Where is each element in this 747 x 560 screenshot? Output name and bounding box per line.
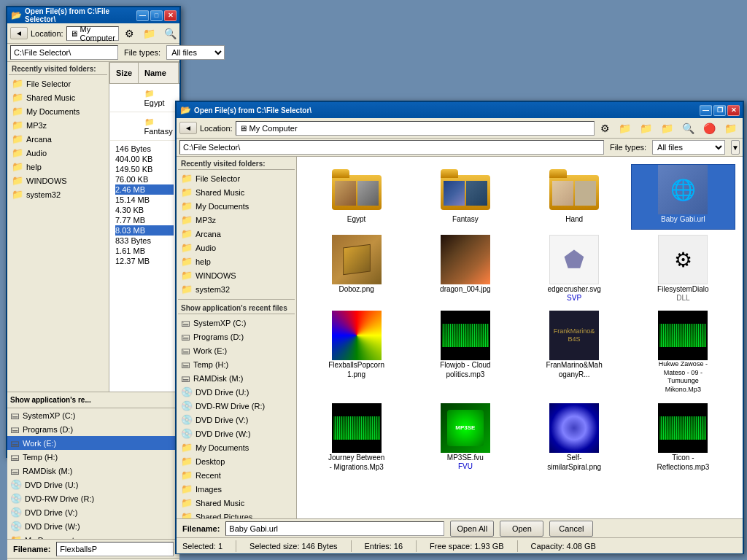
frank-label: FranMarino&MahoganyR...	[545, 360, 603, 379]
drive-item-u-2[interactable]: 💿DVD Drive (U:)	[178, 385, 295, 399]
toolbar-icon-7[interactable]: 📁	[658, 120, 676, 136]
icon-item-spiral[interactable]: Self-similarSpiral.png	[522, 402, 627, 475]
restore-btn-2[interactable]: ❐	[713, 105, 726, 116]
left-item-arcana-2[interactable]: 📁Arcana	[178, 227, 295, 241]
left-item-audio-2[interactable]: 📁Audio	[178, 241, 295, 254]
left-item-help-2[interactable]: 📁help	[178, 254, 295, 268]
cancel-btn[interactable]: Cancel	[549, 521, 593, 537]
path-input-1[interactable]	[10, 45, 118, 60]
drive-item-w[interactable]: 💿DVD Drive (W:)	[7, 519, 179, 533]
left-item-my-documents-2[interactable]: 📁My Documents	[178, 199, 295, 213]
drive-item-c-2[interactable]: 🖴SystemXP (C:)	[178, 316, 295, 330]
toolbar-icon-6[interactable]: 📁	[637, 120, 655, 136]
toolbar-icon-1[interactable]: ⚙	[122, 26, 137, 42]
icon-view-area: Egypt Fantasy	[297, 157, 743, 518]
drive-item-u[interactable]: 💿DVD Drive (U:)	[7, 478, 179, 491]
folder-item-sharedmusic-2[interactable]: 📁Shared Music	[178, 496, 295, 510]
left-item-windows-2[interactable]: 📁WINDOWS	[178, 268, 295, 282]
folder-item-images-2[interactable]: 📁Images	[178, 482, 295, 496]
title-bar-2[interactable]: 📂 Open File(s) from C:\File Selector\ — …	[177, 102, 743, 118]
icon-item-hukwe[interactable]: Hukwe Zawose - Mateso - 09 - Tumuunge Mi…	[631, 310, 735, 398]
close-btn-2[interactable]: ✕	[727, 105, 740, 116]
icon-item-ticon[interactable]: Ticon - Reflections.mp3	[631, 402, 735, 475]
filename-input-1[interactable]	[56, 542, 174, 556]
left-item-shared-music-1[interactable]: 📁Shared Music	[9, 90, 107, 104]
left-item-file-selector-2[interactable]: 📁File Selector	[178, 171, 295, 185]
table-row[interactable]: 📁 Fantasy File Folder 2006. 07. 09. 8:18…	[110, 112, 180, 141]
minimize-btn-1[interactable]: —	[136, 10, 149, 21]
open-btn[interactable]: Open	[500, 521, 543, 537]
toolbar-icon-10[interactable]: 📁	[721, 120, 740, 136]
status-selected-2: Selected: 1	[182, 542, 222, 551]
drive-item-h-2[interactable]: 🖴Temp (H:)	[178, 357, 295, 371]
icon-item-edgecrusher[interactable]: ⬟ edgecrusher.svg SVP	[522, 234, 627, 306]
drive-item-h[interactable]: 🖴Temp (H:)	[7, 450, 179, 464]
filename-bar-1: Filename:	[7, 539, 179, 558]
drive-item-m[interactable]: 🖴RAMDisk (M:)	[7, 464, 179, 478]
icon-item-doboz[interactable]: Doboz.png	[304, 234, 409, 306]
back-btn-1[interactable]: ◄	[10, 27, 28, 39]
icon-item-hand[interactable]: Hand	[522, 164, 627, 230]
drive-item-d[interactable]: 🖴Programs (D:)	[7, 422, 179, 436]
drive-item-c[interactable]: 🖴SystemXP (C:)	[7, 408, 179, 422]
toolbar-icon-5[interactable]: 📁	[616, 120, 634, 136]
toolbar-icon-9[interactable]: 🔴	[700, 120, 719, 136]
file-types-select-2[interactable]: All files	[652, 140, 725, 155]
left-item-my-documents-1[interactable]: 📁My Documents	[9, 104, 107, 118]
icon-item-filesystem[interactable]: ⚙ FilesystemDialo DLL	[631, 234, 735, 306]
icon-item-fantasy[interactable]: Fantasy	[413, 164, 517, 230]
drive-item-d-2[interactable]: 🖴Programs (D:)	[178, 330, 295, 343]
drive-item-v[interactable]: 💿DVD Drive (V:)	[7, 505, 179, 519]
icon-item-mp3se[interactable]: MP3SE MP3SE.fvu FVU	[413, 402, 517, 475]
filename-input-2[interactable]	[225, 521, 444, 536]
minimize-btn-2[interactable]: —	[700, 105, 712, 116]
folder-item-recent-2[interactable]: 📁Recent	[178, 468, 295, 482]
drive-item-w-2[interactable]: 💿DVD Drive (W:)	[178, 427, 295, 440]
left-item-mp3z-2[interactable]: 📁MP3z	[178, 213, 295, 227]
folder-item-mydocs-2[interactable]: 📁My Documents	[178, 440, 295, 454]
left-item-audio-1[interactable]: 📁Audio	[9, 146, 107, 160]
folder-item-sharedpictures-2[interactable]: 📁Shared Pictures	[178, 510, 295, 518]
icon-item-frank[interactable]: FrankMarino&B4S FranMarino&MahoganyR...	[522, 310, 627, 398]
drive-item-e-2[interactable]: 🖴Work (E:)	[178, 343, 295, 357]
left-item-windows-1[interactable]: 📁WINDOWS	[9, 174, 107, 187]
table-row[interactable]: 📁 Egypt File Folder 2006. 07. 09. 8:17:0…	[110, 84, 180, 112]
drive-item-r[interactable]: 💿DVD-RW Drive (R:)	[7, 491, 179, 505]
drive-item-e[interactable]: 🖴Work (E:)	[7, 436, 179, 450]
toolbar-icon-4[interactable]: ⚙	[597, 120, 613, 136]
toolbar-icon-3[interactable]: 🔍	[161, 26, 179, 42]
icon-item-babygabi[interactable]: 🌐 Baby Gabi.url	[631, 164, 735, 230]
open-all-btn[interactable]: Open All	[450, 521, 494, 537]
drive-item-m-2[interactable]: 🖴RAMDisk (M:)	[178, 371, 295, 385]
back-btn-2[interactable]: ◄	[179, 122, 197, 134]
folder-icon-8: 📁	[12, 175, 23, 186]
left-item-system32-1[interactable]: 📁system32	[9, 187, 107, 201]
folder-item-desktop-2[interactable]: 📁Desktop	[178, 454, 295, 468]
col-desc[interactable]: Description	[179, 63, 179, 84]
title-bar-1[interactable]: 📂 Open File(s) from C:\File Selector\ — …	[7, 7, 179, 23]
toolbar-icon-2[interactable]: 📁	[140, 26, 158, 42]
col-size[interactable]: Size	[110, 63, 139, 84]
left-item-arcana-1[interactable]: 📁Arcana	[9, 132, 107, 146]
close-btn-1[interactable]: ✕	[164, 10, 177, 21]
icon-item-journey[interactable]: Journey Between - Migrations.Mp3	[304, 402, 409, 475]
fantasy-preview-1	[444, 181, 465, 206]
left-item-help-1[interactable]: 📁help	[9, 160, 107, 174]
folder-item-mydocs[interactable]: 📁My Documents	[7, 533, 179, 539]
icon-item-dragon[interactable]: dragon_004.jpg	[413, 234, 517, 306]
icon-item-egypt[interactable]: Egypt	[304, 164, 409, 230]
path-input-2[interactable]	[179, 140, 604, 155]
filter-dropdown-btn[interactable]: ▼	[731, 140, 740, 155]
left-item-mp3z-1[interactable]: 📁MP3z	[9, 118, 107, 132]
maximize-btn-1[interactable]: □	[150, 10, 163, 21]
icon-item-flowjob[interactable]: Flowjob - Cloud politics.mp3	[413, 310, 517, 398]
col-name[interactable]: Name	[139, 63, 179, 84]
left-item-file-selector-1[interactable]: 📁File Selector	[9, 77, 107, 90]
drive-item-v-2[interactable]: 💿DVD Drive (V:)	[178, 413, 295, 427]
left-item-shared-music-2[interactable]: 📁Shared Music	[178, 185, 295, 199]
icon-item-flexballs[interactable]: FlexballsPopcorn1.png	[304, 310, 409, 398]
file-types-select-1[interactable]: All files	[166, 45, 225, 60]
toolbar-icon-8[interactable]: 🔍	[679, 120, 697, 136]
left-item-system32-2[interactable]: 📁system32	[178, 282, 295, 296]
drive-item-r-2[interactable]: 💿DVD-RW Drive (R:)	[178, 399, 295, 413]
